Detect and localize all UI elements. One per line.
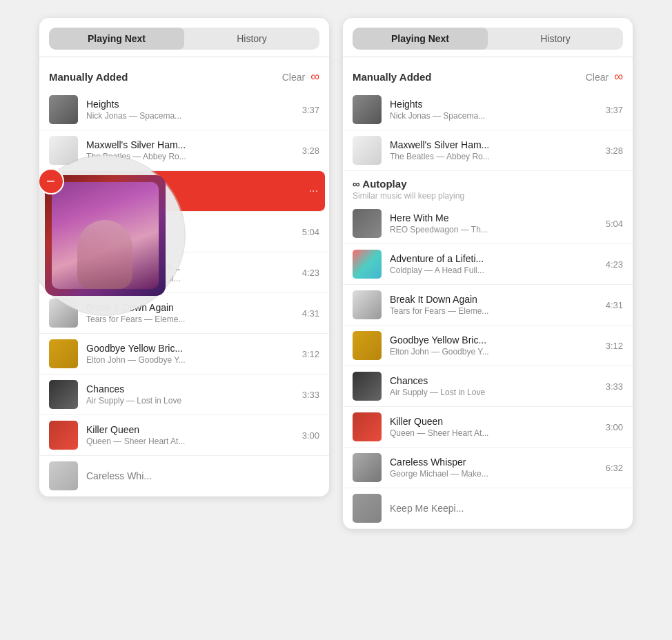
infinity-icon-right[interactable]: ∞	[614, 70, 623, 84]
track-sub: Elton John — Goodbye Y...	[86, 355, 297, 365]
track-thumb	[49, 339, 78, 368]
track-item[interactable]: Chances Air Supply — Lost in Love 3:33	[39, 374, 329, 415]
track-duration: 4:23	[302, 268, 319, 278]
track-name: Heights	[390, 99, 600, 110]
track-duration: 3:28	[302, 146, 319, 156]
tab-history-right[interactable]: History	[488, 28, 623, 50]
track-duration: 4:23	[606, 259, 623, 270]
track-thumb	[353, 494, 382, 523]
track-info: Careless Whisper George Michael — Make..…	[390, 457, 600, 479]
track-item[interactable]: Killer Queen Queen — Sheer Heart At... 3…	[343, 407, 633, 448]
divider-top-left	[39, 57, 329, 57]
track-info: Maxwell's Silver Ham... The Beatles — Ab…	[390, 139, 600, 161]
section-actions-right: Clear ∞	[586, 70, 623, 84]
track-info: Chances Air Supply — Lost in Love	[390, 375, 600, 397]
track-duration: 3:37	[606, 105, 623, 115]
left-panel: Playing Next History Manually Added Clea…	[39, 18, 329, 497]
track-info: Keep Me Keepi...	[390, 503, 623, 514]
track-thumb	[49, 136, 78, 165]
track-item[interactable]: Maxwell's Silver Ham... The Beatles — Ab…	[343, 130, 633, 171]
track-name: Careless Whisper	[390, 457, 600, 468]
track-item[interactable]: Killer Queen Queen — Sheer Heart At... 3…	[39, 415, 329, 456]
autoplay-section: ∞ Autoplay Similar music will keep playi…	[343, 171, 633, 203]
track-item[interactable]: Careless Whi...	[39, 456, 329, 497]
track-item[interactable]: Chances Air Supply — Lost in Love 3:33	[343, 366, 633, 407]
track-name: Killer Queen	[86, 424, 297, 435]
track-item[interactable]: Goodbye Yellow Bric... Elton John — Good…	[39, 334, 329, 374]
track-name: Chances	[390, 375, 600, 386]
track-name: ally Want t...	[88, 180, 304, 191]
track-sub: George Michael — Make...	[390, 469, 600, 479]
track-info: Break It Down Again Tears for Fears — El…	[390, 294, 600, 316]
clear-button-right[interactable]: Clear	[586, 72, 609, 83]
track-name: Adventure of a Lifeti...	[390, 253, 600, 264]
track-list-right-manual: Heights Nick Jonas — Spacema... 3:37 Max…	[343, 90, 633, 171]
track-thumb	[49, 258, 78, 287]
track-name: Chances	[86, 383, 297, 394]
track-info: Killer Queen Queen — Sheer Heart At...	[86, 424, 297, 446]
track-item[interactable]: Heights Nick Jonas — Spacema... 3:37	[39, 90, 329, 130]
track-sub: Coldplay — A Head Full...	[86, 274, 297, 283]
track-duration: 3:33	[302, 390, 319, 400]
track-thumb	[353, 453, 382, 482]
track-item[interactable]: Keep Me Keepi...	[343, 488, 633, 529]
track-duration: 3:12	[302, 349, 319, 359]
track-duration: 5:04	[606, 219, 623, 229]
track-item[interactable]: Break It Down Again Tears for Fears — El…	[343, 285, 633, 326]
track-duration: 4:31	[606, 300, 623, 310]
track-info: Here With Me REO Speedwagon — Th...	[390, 212, 600, 234]
track-thumb	[49, 95, 78, 124]
track-duration: 3:33	[606, 381, 623, 392]
track-sub: Tears for Fears — Eleme...	[390, 306, 600, 316]
track-sub: Queen — Sheer Heart At...	[390, 428, 600, 438]
track-item[interactable]: Adventure of a Lifeti... Coldplay — A He…	[39, 252, 329, 293]
track-list-left: Heights Nick Jonas — Spacema... 3:37 Max…	[39, 90, 329, 497]
track-item[interactable]: n Me edwagon — Th... 5:04	[39, 212, 329, 252]
track-name: Goodbye Yellow Bric...	[390, 334, 600, 346]
right-panel: Playing Next History Manually Added Clea…	[343, 18, 633, 529]
track-item-highlighted[interactable]: ally Want t... — Kissing t... ···	[43, 171, 325, 212]
divider-top-right	[343, 57, 633, 57]
track-item[interactable]: Heights Nick Jonas — Spacema... 3:37	[343, 90, 633, 130]
track-item[interactable]: Maxwell's Silver Ham... The Beatles — Ab…	[39, 130, 329, 171]
track-thumb	[353, 95, 382, 124]
track-name: Adventure of a Lifeti...	[86, 261, 297, 272]
right-tab-bar: Playing Next History	[353, 28, 623, 50]
track-item[interactable]: Adventure of a Lifeti... Coldplay — A He…	[343, 244, 633, 285]
autoplay-subtitle: Similar music will keep playing	[353, 191, 623, 201]
track-name: Keep Me Keepi...	[390, 503, 623, 514]
track-sub: Nick Jonas — Spacema...	[86, 111, 297, 121]
track-info: Maxwell's Silver Ham... The Beatles — Ab…	[86, 139, 297, 161]
section-title-right: Manually Added	[353, 71, 431, 83]
clear-button-left[interactable]: Clear	[282, 72, 305, 83]
track-item[interactable]: Goodbye Yellow Bric... Elton John — Good…	[343, 326, 633, 366]
section-title-left: Manually Added	[49, 71, 128, 83]
track-sub: edwagon — Th...	[86, 233, 297, 243]
infinity-icon-left[interactable]: ∞	[310, 70, 319, 84]
track-thumb	[50, 177, 79, 206]
track-thumb	[49, 299, 78, 328]
tab-playing-next-right[interactable]: Playing Next	[353, 28, 488, 50]
track-info: Heights Nick Jonas — Spacema...	[390, 99, 600, 121]
track-item[interactable]: Careless Whisper George Michael — Make..…	[343, 448, 633, 488]
track-duration: 4:31	[302, 308, 319, 319]
tab-playing-next-left[interactable]: Playing Next	[49, 28, 184, 50]
track-thumb	[49, 217, 78, 246]
tab-history-left[interactable]: History	[184, 28, 319, 50]
track-sub: Elton John — Goodbye Y...	[390, 347, 600, 357]
track-name: n Me	[86, 221, 297, 232]
track-duration: 3:28	[606, 146, 623, 156]
track-info: Adventure of a Lifeti... Coldplay — A He…	[86, 261, 297, 283]
track-sub: Tears for Fears — Eleme...	[86, 314, 297, 324]
track-name: Maxwell's Silver Ham...	[86, 139, 297, 150]
track-duration: 3:00	[606, 422, 623, 432]
track-sub: Nick Jonas — Spacema...	[390, 111, 600, 121]
track-info: Killer Queen Queen — Sheer Heart At...	[390, 416, 600, 438]
track-info: Adventure of a Lifeti... Coldplay — A He…	[390, 253, 600, 275]
track-thumb	[353, 372, 382, 401]
track-thumb	[353, 290, 382, 319]
track-info: Chances Air Supply — Lost in Love	[86, 383, 297, 406]
track-item[interactable]: Here With Me REO Speedwagon — Th... 5:04	[343, 203, 633, 244]
track-item[interactable]: Break It Down Again Tears for Fears — El…	[39, 293, 329, 334]
track-info: Heights Nick Jonas — Spacema...	[86, 99, 297, 121]
